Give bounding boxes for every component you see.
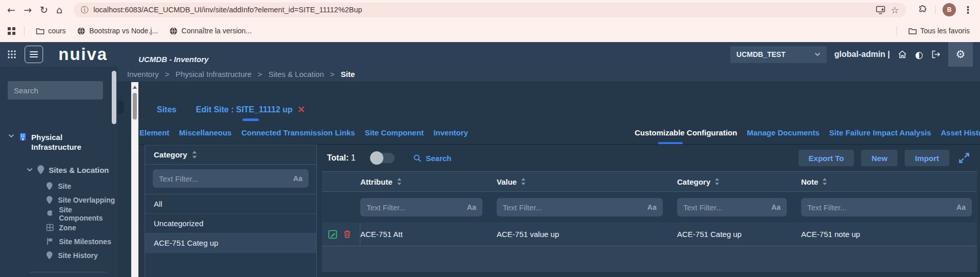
column-header-category[interactable]: Category [677, 177, 801, 186]
theme-contrast-icon[interactable]: ◐ [915, 49, 923, 60]
note-text-filter[interactable]: Aa [801, 198, 972, 216]
close-tab-icon[interactable]: ✕ [297, 105, 305, 114]
back-icon[interactable]: ← [7, 5, 15, 15]
tab-inventory[interactable]: Inventory [434, 121, 468, 144]
sort-icon[interactable] [822, 178, 827, 185]
sort-icon[interactable] [397, 178, 402, 185]
category-panel-header[interactable]: Category [145, 145, 316, 165]
expand-fullscreen-icon[interactable] [957, 151, 971, 165]
tenant-select[interactable]: UCMDB_TEST [730, 46, 827, 63]
home-dashboard-icon[interactable] [897, 50, 907, 59]
scrollbar-up-arrow[interactable] [133, 86, 137, 89]
hamburger-menu-button[interactable] [25, 46, 43, 63]
tab-site-component[interactable]: Site Component [365, 121, 424, 144]
tree-item-site[interactable]: Site [0, 179, 118, 193]
scrollbar-thumb[interactable] [133, 93, 137, 120]
waffle-grid-icon[interactable] [7, 50, 16, 59]
delete-trash-icon[interactable] [343, 230, 351, 239]
value-text-filter[interactable]: Aa [497, 198, 663, 216]
category-item-uncategorized[interactable]: Uncategorized [145, 214, 316, 233]
extensions-icon[interactable] [917, 5, 928, 15]
forward-icon[interactable]: → [24, 5, 32, 15]
tab-site-failure-impact-analysis[interactable]: Site Failure Impact Analysis [829, 121, 931, 144]
tab-miscellaneous[interactable]: Miscellaneous [179, 121, 232, 144]
column-header-attribute[interactable]: Attribute [360, 177, 497, 186]
table-search-button[interactable]: Search [413, 154, 452, 163]
view-toggle-switch[interactable] [371, 153, 395, 163]
bookmark-star-icon[interactable]: ☆ [891, 5, 899, 15]
browser-menu-icon[interactable]: ⋮ [963, 5, 973, 15]
bookmark-connaitre[interactable]: Connaître la version... [166, 25, 255, 37]
tab-customizable-configuration[interactable]: Customizable Configuration [635, 121, 737, 144]
category-filter-input[interactable] [683, 203, 767, 212]
bookmark-label: Connaître la version... [181, 27, 252, 35]
tab-asset-history[interactable]: Asset History [941, 121, 980, 144]
url-text[interactable]: localhost:6083/ACE_UCMDB_UI/inv/site/add… [93, 6, 870, 14]
breadcrumb-item[interactable]: Physical Infrastructure [175, 70, 251, 78]
match-case-toggle[interactable]: Aa [956, 203, 966, 211]
attribute-filter-input[interactable] [366, 203, 463, 212]
tree-item-site-components[interactable]: Site Components [0, 207, 118, 221]
tree-item-site-milestones[interactable]: Site Milestones [0, 234, 118, 248]
reload-icon[interactable]: ↻ [40, 5, 48, 15]
match-case-toggle[interactable]: Aa [467, 203, 476, 211]
sort-icon[interactable] [521, 178, 526, 185]
category-item-all[interactable]: All [145, 194, 316, 214]
sidebar-scrollbar-thumb[interactable] [112, 71, 116, 124]
tree-item-label: Site Overlapping [58, 196, 115, 204]
match-case-toggle[interactable]: Aa [293, 174, 302, 183]
import-button[interactable]: Import [905, 150, 949, 166]
note-filter-input[interactable] [807, 203, 952, 212]
category-item-ace751[interactable]: ACE-751 Categ up [145, 233, 316, 253]
logout-icon[interactable] [931, 50, 941, 59]
install-app-icon[interactable] [875, 5, 886, 15]
tree-item-zone[interactable]: Zone [0, 221, 118, 234]
tree-item-site-overlapping[interactable]: Site Overlapping [0, 193, 118, 207]
tree-item-label: Site History [58, 251, 98, 260]
sort-icon[interactable] [714, 178, 720, 185]
column-header-note[interactable]: Note [801, 177, 977, 186]
apps-grid-icon[interactable] [7, 27, 16, 35]
attribute-text-filter[interactable]: Aa [360, 198, 482, 216]
chevron-down-icon[interactable] [27, 168, 33, 172]
breadcrumb-item[interactable]: Sites & Location [269, 70, 324, 78]
match-case-toggle[interactable]: Aa [647, 203, 657, 211]
table-row[interactable]: ACE-751 Att ACE-751 value up ACE-751 Cat… [322, 223, 977, 246]
category-text-filter[interactable]: Aa [153, 169, 309, 188]
tree-node-physical-infrastructure[interactable]: Physical Infrastructure [0, 132, 118, 152]
profile-avatar[interactable]: B [943, 3, 956, 16]
breadcrumb-separator: > [165, 70, 170, 78]
tab-manage-documents[interactable]: Manage Documents [747, 121, 820, 144]
value-filter-input[interactable] [503, 203, 643, 212]
tree-node-label: Physical Infrastructure [31, 132, 92, 152]
category-filter-input[interactable] [159, 174, 289, 183]
tab-element[interactable]: Element [139, 121, 169, 144]
url-bar[interactable]: ⓘ localhost:6083/ACE_UCMDB_UI/inv/site/a… [74, 3, 906, 17]
tree-item-site-history[interactable]: Site History [0, 248, 118, 262]
content-scrollbar[interactable] [131, 82, 138, 277]
tab-sites[interactable]: Sites [157, 105, 176, 114]
all-favorites[interactable]: Tous les favoris [905, 25, 973, 37]
breadcrumb-item[interactable]: Inventory [127, 70, 159, 78]
match-case-toggle[interactable]: Aa [771, 203, 781, 211]
new-button[interactable]: New [861, 150, 897, 166]
sort-icon[interactable] [192, 151, 197, 159]
column-header-value[interactable]: Value [497, 177, 677, 186]
tab-edit-site[interactable]: Edit Site : SITE_11112 up ✕ [196, 105, 305, 114]
settings-gear-button[interactable]: ⚙ [948, 42, 973, 67]
bookmark-cours[interactable]: cours [33, 25, 69, 37]
home-icon[interactable]: ⌂ [56, 5, 63, 15]
bookmark-bootstrap[interactable]: Bootstrap vs Node.j... [74, 25, 161, 37]
tab-connected-transmission-links[interactable]: Connected Transmission Links [241, 121, 355, 144]
category-text-filter[interactable]: Aa [677, 198, 787, 216]
panel-collapse-handle[interactable] [118, 101, 124, 114]
edit-icon[interactable] [328, 230, 337, 239]
tree-item-label: Site [58, 182, 71, 190]
export-to-button[interactable]: Export To [799, 150, 854, 166]
tree-node-sites-location[interactable]: Sites & Location [0, 165, 118, 174]
toggle-knob[interactable] [370, 151, 383, 165]
site-info-icon[interactable]: ⓘ [81, 5, 89, 15]
search-icon [413, 154, 422, 163]
sidebar-search-input[interactable] [8, 81, 103, 100]
chevron-down-icon[interactable] [8, 134, 14, 138]
